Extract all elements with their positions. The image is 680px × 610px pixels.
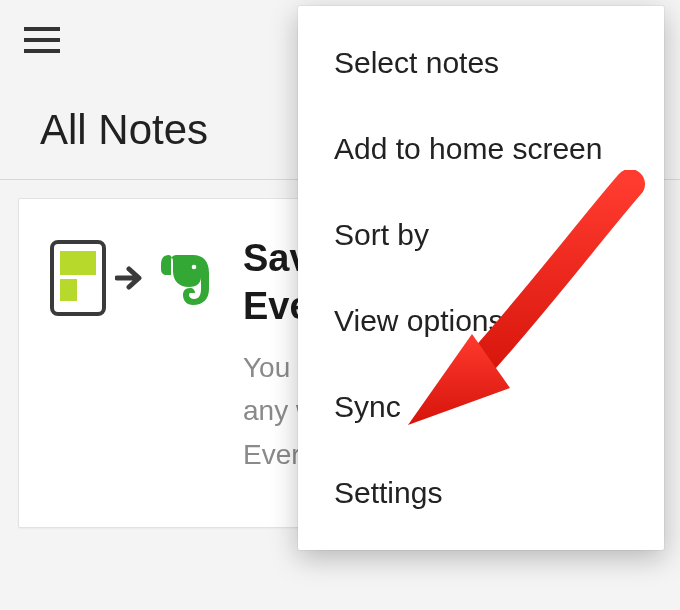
svg-rect-1 [60,251,96,275]
menu-button[interactable] [24,20,64,60]
evernote-icon [157,247,215,309]
menu-item-settings[interactable]: Settings [298,450,664,536]
phone-icon [49,239,107,317]
overflow-menu: Select notes Add to home screen Sort by … [298,6,664,550]
arrow-right-icon [115,263,149,293]
menu-item-select-notes[interactable]: Select notes [298,20,664,106]
menu-item-view-options[interactable]: View options [298,278,664,364]
menu-item-sort-by[interactable]: Sort by [298,192,664,278]
menu-item-sync[interactable]: Sync [298,364,664,450]
svg-rect-2 [60,279,77,301]
menu-item-add-to-home[interactable]: Add to home screen [298,106,664,192]
card-illustration [49,239,215,317]
page-title: All Notes [40,106,208,154]
svg-point-3 [192,265,197,270]
